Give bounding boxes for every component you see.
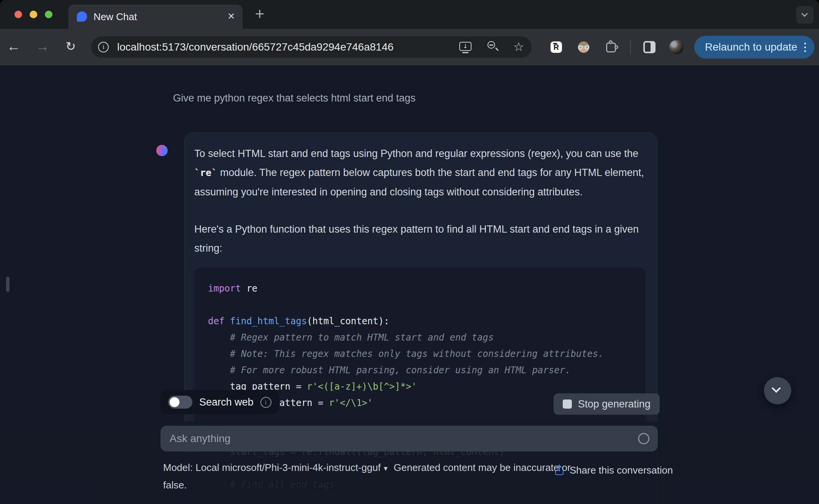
kebab-menu-icon[interactable] <box>804 43 806 52</box>
close-window-button[interactable] <box>14 11 22 18</box>
url-text[interactable]: localhost:5173/conversation/665727c45da9… <box>117 36 394 58</box>
stop-generating-label: Stop generating <box>578 398 651 410</box>
back-button[interactable]: ← <box>5 29 23 65</box>
chevron-down-icon <box>802 11 808 17</box>
code-line: # For more robust HTML parsing, consider… <box>208 362 638 379</box>
site-info-icon[interactable]: i <box>98 42 109 52</box>
tab-new-chat[interactable]: New Chat ✕ <box>68 5 243 29</box>
code-line <box>208 297 638 313</box>
model-selector[interactable]: Model: Local microsoft/Phi-3-mini-4k-ins… <box>163 462 387 473</box>
code-line: def find_html_tags(html_content): <box>208 313 638 330</box>
stop-square-icon <box>563 399 572 409</box>
search-web-info-icon[interactable]: i <box>260 397 271 408</box>
install-app-icon[interactable]: ↓ <box>459 36 472 58</box>
profile-avatar[interactable] <box>669 40 684 54</box>
reload-button[interactable]: ↻ <box>62 29 80 65</box>
stop-generating-button[interactable]: Stop generating <box>554 393 660 415</box>
scroll-to-bottom-button[interactable] <box>764 377 791 404</box>
chevron-down-icon <box>771 384 781 393</box>
persona-extension-icon[interactable] <box>578 41 589 53</box>
disclaimer-text-line2: false. <box>163 477 612 493</box>
assistant-paragraph-2: Here's a Python function that uses this … <box>194 220 646 258</box>
message-input[interactable] <box>160 426 658 452</box>
side-panel-icon[interactable] <box>643 41 656 53</box>
zoom-out-icon[interactable] <box>487 36 500 58</box>
browser-window: New Chat ✕ + ← → ↻ i localhost:5173/conv… <box>0 0 819 504</box>
share-label: Share this conversation <box>570 464 673 476</box>
tab-strip: New Chat ✕ + <box>0 0 819 29</box>
relaunch-label: Relaunch to update <box>705 41 797 53</box>
disclaimer-text-line1: Generated content may be inaccurate or <box>394 462 570 473</box>
code-line: # Note: This regex matches only tags wit… <box>208 346 638 362</box>
relaunch-to-update-button[interactable]: Relaunch to update <box>694 36 814 59</box>
address-bar[interactable]: i localhost:5173/conversation/665727c45d… <box>91 36 532 58</box>
bookmark-star-icon[interactable]: ☆ <box>511 36 526 58</box>
assistant-avatar-orb <box>156 145 168 156</box>
search-web-toggle[interactable] <box>168 396 192 409</box>
toolbar-divider <box>630 40 631 55</box>
inline-code-re: `re` <box>194 167 217 178</box>
share-conversation-link[interactable]: Share this conversation <box>554 464 673 476</box>
search-web-label: Search web <box>199 396 254 408</box>
browser-toolbar: ← → ↻ i localhost:5173/conversation/6657… <box>0 29 819 65</box>
tab-title: New Chat <box>94 11 137 23</box>
forward-button[interactable]: → <box>33 29 52 65</box>
caret-down-icon: ▾ <box>384 464 387 473</box>
message-input-bar <box>160 426 658 452</box>
tab-search-chevron-button[interactable] <box>796 6 814 24</box>
chat-page: Give me python regex that selects html s… <box>0 65 819 504</box>
assistant-paragraph-1: To select HTML start and end tags using … <box>194 144 646 201</box>
loading-spinner-icon <box>638 433 649 444</box>
new-tab-button[interactable]: + <box>251 6 268 24</box>
extensions-puzzle-icon[interactable] <box>606 43 616 52</box>
sidebar-drag-handle[interactable] <box>6 277 10 292</box>
search-web-control: Search web i <box>160 390 279 414</box>
user-message: Give me python regex that selects html s… <box>173 92 416 104</box>
extension-r-icon[interactable]: R <box>551 41 562 53</box>
code-line: # Regex pattern to match HTML start and … <box>208 330 638 346</box>
minimize-window-button[interactable] <box>30 11 37 18</box>
share-upload-icon <box>554 465 564 475</box>
chat-bubble-favicon-icon <box>77 11 87 22</box>
toggle-knob <box>170 397 179 407</box>
tab-close-icon[interactable]: ✕ <box>227 11 235 22</box>
code-line: import re <box>208 281 638 297</box>
zoom-window-button[interactable] <box>45 11 52 18</box>
footer-info: Model: Local microsoft/Phi-3-mini-4k-ins… <box>163 459 612 493</box>
